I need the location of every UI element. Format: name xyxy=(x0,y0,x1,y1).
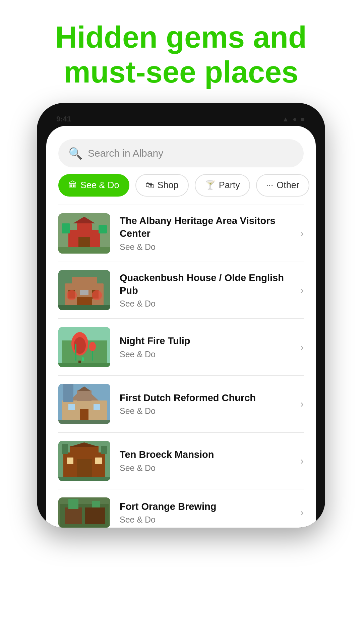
filter-chip-party[interactable]: 🍸 Party xyxy=(195,174,250,197)
place-name-5: Ten Broeck Mansion xyxy=(120,448,291,461)
place-info-5: Ten Broeck Mansion See & Do xyxy=(120,448,291,473)
svg-rect-10 xyxy=(72,277,97,287)
svg-rect-31 xyxy=(77,390,92,401)
svg-rect-50 xyxy=(65,507,82,524)
other-icon: ··· xyxy=(266,180,274,191)
place-thumb-1 xyxy=(58,213,110,254)
place-category-1: See & Do xyxy=(120,242,291,252)
svg-rect-43 xyxy=(67,458,73,464)
svg-rect-44 xyxy=(95,458,102,464)
see-do-icon: 🏛 xyxy=(68,180,77,191)
svg-rect-46 xyxy=(101,446,107,454)
place-item-3[interactable]: Night Fire Tulip See & Do › xyxy=(46,319,316,375)
search-area: 🔍 Search in Albany xyxy=(46,136,316,174)
svg-rect-12 xyxy=(80,290,88,295)
place-item-2[interactable]: Quackenbush House / Olde English Pub See… xyxy=(46,262,316,318)
place-name-3: Night Fire Tulip xyxy=(120,335,291,347)
place-info-4: First Dutch Reformed Church See & Do xyxy=(120,392,291,416)
phone-frame: 9:41 ▲ ● ■ 🔍 Search in Albany 🏛 See & Do… xyxy=(37,103,325,528)
shop-icon: 🛍 xyxy=(145,180,154,191)
filter-chip-see-do[interactable]: 🏛 See & Do xyxy=(58,174,129,197)
filter-chip-shop[interactable]: 🛍 Shop xyxy=(135,174,189,197)
filter-chip-other[interactable]: ··· Other xyxy=(256,174,309,197)
filter-chip-other-label: Other xyxy=(277,180,299,191)
filter-chips-row: 🏛 See & Do 🛍 Shop 🍸 Party ··· Other xyxy=(46,174,316,205)
search-input[interactable]: Search in Albany xyxy=(88,148,163,159)
phone-screen: 🔍 Search in Albany 🏛 See & Do 🛍 Shop 🍸 P… xyxy=(46,126,316,528)
place-info-3: Night Fire Tulip See & Do xyxy=(120,335,291,359)
svg-rect-35 xyxy=(94,404,100,410)
status-time: 9:41 xyxy=(56,115,71,123)
filter-chip-shop-label: Shop xyxy=(158,180,179,191)
svg-rect-17 xyxy=(58,305,110,310)
place-category-6: See & Do xyxy=(120,515,291,525)
place-name-1: The Albany Heritage Area Visitors Center xyxy=(120,215,291,240)
place-info-6: Fort Orange Brewing See & Do xyxy=(120,500,291,525)
places-list: The Albany Heritage Area Visitors Center… xyxy=(46,205,316,528)
svg-point-16 xyxy=(92,290,102,300)
chevron-icon-4: › xyxy=(300,398,304,410)
svg-rect-5 xyxy=(62,223,70,233)
svg-rect-2 xyxy=(77,223,92,233)
svg-point-26 xyxy=(89,342,96,351)
party-icon: 🍸 xyxy=(205,180,216,191)
place-category-5: See & Do xyxy=(120,463,291,473)
place-category-4: See & Do xyxy=(120,406,291,416)
place-item-4[interactable]: First Dutch Reformed Church See & Do › xyxy=(46,376,316,432)
status-icons: ▲ ● ■ xyxy=(282,115,306,123)
svg-rect-47 xyxy=(58,477,110,481)
place-info-1: The Albany Heritage Area Visitors Center… xyxy=(120,215,291,252)
place-info-2: Quackenbush House / Olde English Pub See… xyxy=(120,272,291,309)
filter-chip-party-label: Party xyxy=(219,180,240,191)
svg-rect-7 xyxy=(58,247,110,254)
place-item-5[interactable]: Ten Broeck Mansion See & Do › xyxy=(46,433,316,489)
place-thumb-4 xyxy=(58,384,110,424)
svg-rect-53 xyxy=(92,501,100,507)
svg-rect-37 xyxy=(58,420,110,424)
svg-rect-23 xyxy=(82,357,84,361)
filter-chip-see-do-label: See & Do xyxy=(80,180,119,191)
chevron-icon-6: › xyxy=(300,507,304,518)
search-bar[interactable]: 🔍 Search in Albany xyxy=(58,139,304,167)
svg-rect-40 xyxy=(70,446,99,456)
svg-rect-36 xyxy=(63,384,73,402)
place-thumb-2 xyxy=(58,270,110,310)
svg-point-15 xyxy=(67,290,77,300)
svg-rect-34 xyxy=(68,404,75,410)
place-category-2: See & Do xyxy=(120,299,291,309)
place-thumb-3 xyxy=(58,327,110,367)
place-item-6[interactable]: Fort Orange Brewing See & Do › xyxy=(46,489,316,528)
place-name-6: Fort Orange Brewing xyxy=(120,500,291,513)
svg-rect-24 xyxy=(75,344,76,361)
place-category-3: See & Do xyxy=(120,350,291,359)
place-thumb-6 xyxy=(58,497,110,528)
headline-section: Hidden gems and must-see places xyxy=(0,0,362,103)
phone-status-bar: 9:41 ▲ ● ■ xyxy=(46,112,316,126)
chevron-icon-3: › xyxy=(300,341,304,353)
place-name-4: First Dutch Reformed Church xyxy=(120,392,291,405)
place-item-1[interactable]: The Albany Heritage Area Visitors Center… xyxy=(46,205,316,262)
svg-rect-45 xyxy=(62,444,68,454)
svg-rect-27 xyxy=(58,363,110,367)
place-thumb-5 xyxy=(58,441,110,481)
place-name-2: Quackenbush House / Olde English Pub xyxy=(120,272,291,297)
svg-rect-52 xyxy=(68,499,78,509)
headline-text: Hidden gems and must-see places xyxy=(20,20,342,90)
svg-rect-6 xyxy=(99,225,107,233)
chevron-icon-1: › xyxy=(300,228,304,239)
svg-rect-51 xyxy=(85,507,105,524)
chevron-icon-2: › xyxy=(300,284,304,296)
search-icon: 🔍 xyxy=(68,147,82,160)
chevron-icon-5: › xyxy=(300,455,304,467)
